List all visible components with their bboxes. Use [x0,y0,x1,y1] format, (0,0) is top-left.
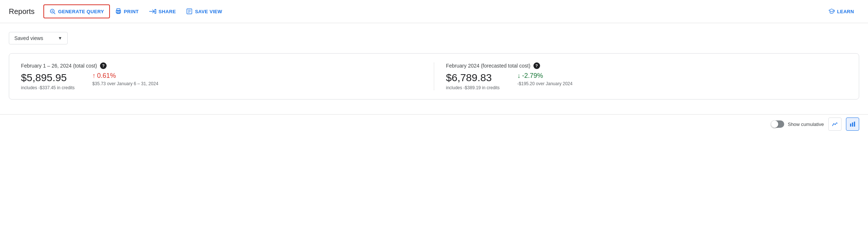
saved-views-label: Saved views [14,35,43,41]
share-button[interactable]: SHARE [144,5,181,18]
main-content: Saved views ▼ February 1 – 26, 2024 (tot… [0,23,868,114]
stat-amount-right: $6,789.83 [446,72,500,84]
print-button[interactable]: PRINT [110,5,144,18]
line-chart-icon [832,121,838,127]
stat-header-right: February 2024 (forecasted total cost) ? [446,62,847,69]
toggle-thumb [771,120,778,128]
learn-label: LEARN [837,9,854,14]
saved-views-dropdown[interactable]: Saved views ▼ [9,32,68,44]
save-view-button[interactable]: SAVE VIEW [181,5,227,18]
stat-body-left: $5,895.95 includes -$337.45 in credits ↑… [21,72,422,90]
stat-pct-value-right: -2.79% [522,72,543,80]
show-cumulative-toggle[interactable] [771,120,784,128]
svg-line-1 [54,12,55,14]
stat-sub-left: includes -$337.45 in credits [21,85,75,90]
show-cumulative-label: Show cumulative [788,122,824,127]
stat-body-right: $6,789.83 includes -$389.19 in credits ↓… [446,72,847,90]
bottom-toolbar: Show cumulative [0,114,868,134]
info-icon-left[interactable]: ? [100,62,107,69]
bar-chart-button[interactable] [846,118,859,131]
share-icon [149,8,156,15]
arrow-down-icon-right: ↓ [517,72,521,80]
generate-query-icon [49,8,56,15]
stat-compare-left: $35.73 over January 6 – 31, 2024 [92,81,158,86]
svg-rect-15 [852,123,853,127]
learn-icon [828,8,835,15]
generate-query-button[interactable]: GENERATE QUERY [43,4,110,18]
arrow-up-icon-left: ↑ [92,72,96,80]
stat-title-right: February 2024 (forecasted total cost) [446,63,531,69]
stat-sub-right: includes -$389.19 in credits [446,85,500,90]
svg-point-7 [120,11,121,12]
stat-compare-right: -$195.20 over January 2024 [517,81,572,86]
generate-query-label: GENERATE QUERY [58,9,104,14]
stat-change-right: ↓ -2.79% -$195.20 over January 2024 [517,72,572,86]
stat-title-left: February 1 – 26, 2024 (total cost) [21,63,97,69]
stat-pct-left: ↑ 0.61% [92,72,158,80]
page-title: Reports [9,7,35,16]
stat-main-right: $6,789.83 includes -$389.19 in credits [446,72,500,90]
svg-rect-14 [850,124,851,127]
svg-rect-6 [117,12,120,14]
learn-button[interactable]: LEARN [823,5,859,18]
bar-chart-icon [849,121,856,127]
stat-header-left: February 1 – 26, 2024 (total cost) ? [21,62,422,69]
stat-pct-right: ↓ -2.79% [517,72,572,80]
stat-section-right: February 2024 (forecasted total cost) ? … [434,62,847,90]
stats-card: February 1 – 26, 2024 (total cost) ? $5,… [9,53,859,100]
stat-section-left: February 1 – 26, 2024 (total cost) ? $5,… [21,62,434,90]
stat-main-left: $5,895.95 includes -$337.45 in credits [21,72,75,90]
toolbar: Reports GENERATE QUERY PRINT SHARE [0,0,868,23]
stat-change-left: ↑ 0.61% $35.73 over January 6 – 31, 2024 [92,72,158,86]
line-chart-button[interactable] [828,118,842,131]
save-view-label: SAVE VIEW [195,9,222,14]
print-label: PRINT [124,9,139,14]
svg-rect-16 [854,122,855,127]
share-label: SHARE [158,9,176,14]
show-cumulative-toggle-container: Show cumulative [771,120,824,128]
print-icon [115,8,122,15]
save-view-icon [186,8,193,15]
stat-amount-left: $5,895.95 [21,72,75,84]
stat-pct-value-left: 0.61% [97,72,116,80]
chevron-down-icon: ▼ [58,36,62,41]
info-icon-right[interactable]: ? [533,62,540,69]
